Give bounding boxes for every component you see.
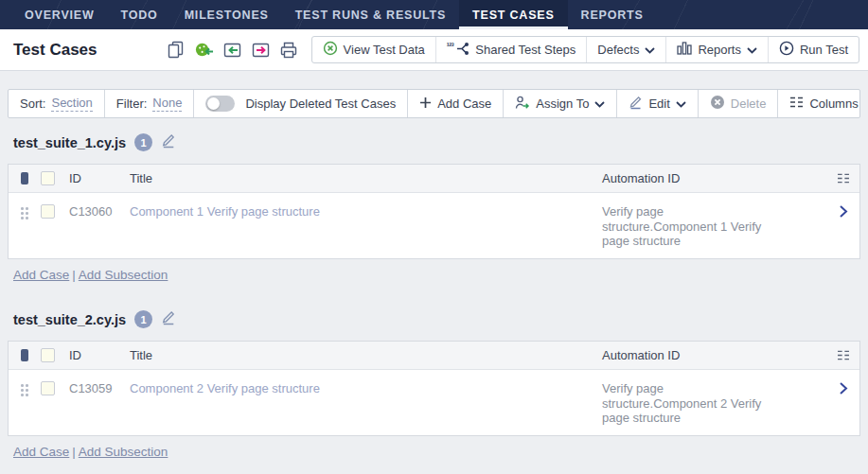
copy-icon[interactable] <box>166 40 186 60</box>
chevron-down-icon <box>747 43 757 57</box>
filter-label: Filter: <box>116 97 148 111</box>
case-title-link[interactable]: Component 2 Verify page structure <box>130 381 320 395</box>
table-row[interactable]: C13059 Component 2 Verify page structure… <box>9 370 859 435</box>
case-count-badge: 1 <box>134 133 152 151</box>
automation-id-cell: Verify page structure.Component 2 Verify… <box>602 381 827 426</box>
column-options-button[interactable] <box>827 350 859 360</box>
one-two-three-icon: ¹²³ <box>447 42 454 51</box>
case-title-cell: Component 2 Verify page structure <box>130 381 602 395</box>
view-test-data-button[interactable]: View Test Data <box>312 37 435 62</box>
tab-todo[interactable]: TODO <box>108 0 171 29</box>
add-case-label: Add Case <box>437 97 491 111</box>
column-header-id[interactable]: ID <box>69 348 130 362</box>
select-all-checkbox[interactable] <box>41 348 55 362</box>
add-subsection-link[interactable]: Add Subsection <box>79 268 168 282</box>
row-checkbox-cell <box>41 381 69 395</box>
table-header-row: ID Title Automation ID <box>9 342 859 370</box>
select-all-marker[interactable] <box>9 172 41 184</box>
display-deleted-toggle[interactable] <box>205 96 235 112</box>
display-deleted-label: Display Deleted Test Cases <box>245 97 396 111</box>
drag-handle[interactable] <box>9 204 41 219</box>
shared-test-steps-label: Shared Test Steps <box>475 43 576 57</box>
column-options-button[interactable] <box>827 173 859 184</box>
defects-dropdown-button[interactable]: Defects <box>586 37 665 62</box>
add-case-link[interactable]: Add Case <box>13 445 69 459</box>
edit-section-icon[interactable] <box>161 309 176 329</box>
run-test-label: Run Test <box>800 43 848 57</box>
import-icon[interactable] <box>222 40 242 60</box>
tab-test-cases[interactable]: TEST CASES <box>459 0 568 29</box>
section-header: test_suite_1.cy.js 1 <box>13 132 860 152</box>
run-test-button[interactable]: Run Test <box>768 37 859 62</box>
toggle-knob <box>207 97 220 110</box>
case-title-link[interactable]: Component 1 Verify page structure <box>130 204 320 219</box>
column-header-title[interactable]: Title <box>130 171 602 185</box>
tab-overview[interactable]: OVERVIEW <box>11 0 108 29</box>
select-all-icon <box>21 349 28 361</box>
sort-value-link[interactable]: Section <box>51 96 92 112</box>
open-case-chevron[interactable] <box>827 204 859 219</box>
select-all-icon <box>21 172 28 184</box>
automation-id-value: Verify page structure.Component 1 Verify… <box>602 204 763 249</box>
header-action-group: View Test Data ¹²³ Shared Test Steps Def… <box>311 36 859 63</box>
delete-button[interactable]: Delete <box>699 90 779 117</box>
automation-id-value: Verify page structure.Component 2 Verify… <box>602 381 763 426</box>
reports-label: Reports <box>698 43 741 57</box>
delete-circle-icon <box>710 95 725 113</box>
section-footer-links: Add Case|Add Subsection <box>13 445 860 459</box>
reports-dropdown-button[interactable]: Reports <box>665 37 768 62</box>
table-header-row: ID Title Automation ID <box>9 165 859 193</box>
row-checkbox[interactable] <box>41 204 55 219</box>
defects-label: Defects <box>597 43 639 57</box>
drag-handle[interactable] <box>9 381 41 396</box>
shared-test-steps-button[interactable]: ¹²³ Shared Test Steps <box>435 37 587 62</box>
columns-icon <box>789 97 804 111</box>
columns-label: Columns <box>809 97 858 111</box>
add-case-link[interactable]: Add Case <box>13 268 69 282</box>
play-circle-icon <box>779 41 794 59</box>
column-header-automation-id[interactable]: Automation ID <box>602 171 827 185</box>
column-header-title[interactable]: Title <box>130 348 602 362</box>
section-header: test_suite_2.cy.js 1 <box>13 309 860 329</box>
page-title: Test Cases <box>13 41 97 60</box>
table-row[interactable]: C13060 Component 1 Verify page structure… <box>9 193 859 258</box>
header-checkbox-cell <box>41 171 69 185</box>
case-title-cell: Component 1 Verify page structure <box>130 204 602 219</box>
export-icon[interactable] <box>251 40 271 60</box>
integration-import-icon[interactable] <box>194 40 214 60</box>
test-case-table: ID Title Automation ID C13059 Component … <box>8 341 860 436</box>
column-header-id[interactable]: ID <box>69 171 130 185</box>
page-header: Test Cases View Test Data ¹²³ Shared Tes… <box>0 29 868 71</box>
chevron-down-icon <box>594 97 605 111</box>
assign-person-icon <box>515 96 530 113</box>
add-subsection-link[interactable]: Add Subsection <box>79 445 168 459</box>
select-all-marker[interactable] <box>9 349 41 361</box>
filter-toolbar: Sort: Section Filter: None Display Delet… <box>8 89 860 118</box>
row-checkbox[interactable] <box>41 381 55 395</box>
case-id: C13060 <box>69 204 130 219</box>
drag-dots-icon <box>21 384 28 396</box>
tab-test-runs-results[interactable]: TEST RUNS & RESULTS <box>282 0 459 29</box>
share-steps-icon <box>455 42 469 59</box>
edit-label: Edit <box>648 97 669 111</box>
sort-label: Sort: <box>20 97 45 111</box>
filter-value-link[interactable]: None <box>152 96 182 112</box>
columns-button[interactable]: Columns <box>778 90 868 117</box>
delete-label: Delete <box>731 97 767 111</box>
open-case-chevron[interactable] <box>827 381 859 395</box>
header-icon-row <box>166 40 299 60</box>
add-case-button[interactable]: Add Case <box>408 90 504 117</box>
section-title: test_suite_1.cy.js <box>13 135 126 150</box>
select-all-checkbox[interactable] <box>41 171 55 185</box>
edit-section-icon[interactable] <box>161 132 176 152</box>
test-case-table: ID Title Automation ID C13060 Component … <box>8 164 860 259</box>
tab-reports[interactable]: REPORTS <box>568 0 657 29</box>
plus-icon <box>419 97 432 112</box>
tab-milestones[interactable]: MILESTONES <box>171 0 282 29</box>
deleted-toggle-segment: Display Deleted Test Cases <box>194 90 408 117</box>
edit-dropdown-button[interactable]: Edit <box>617 90 698 117</box>
print-icon[interactable] <box>279 40 299 60</box>
column-header-automation-id[interactable]: Automation ID <box>602 348 827 362</box>
section-title: test_suite_2.cy.js <box>13 312 126 327</box>
assign-to-dropdown-button[interactable]: Assign To <box>504 90 617 117</box>
